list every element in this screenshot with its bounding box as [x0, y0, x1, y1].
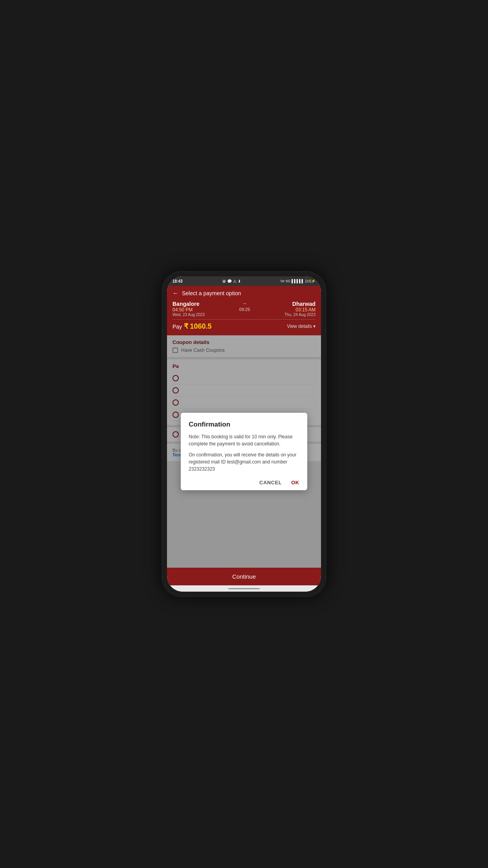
pay-label: Pay — [172, 324, 182, 330]
confirmation-dialog: Confirmation Note: This booking is valid… — [181, 413, 307, 490]
route-arrow-icon: → — [242, 301, 247, 306]
home-indicator — [167, 585, 321, 592]
notification-icon: 🖥 — [222, 279, 226, 283]
dialog-actions: CANCEL OK — [189, 476, 299, 485]
continue-button[interactable]: Continue — [167, 568, 321, 585]
status-time: 18:43 — [172, 279, 183, 283]
chevron-down-icon: ▾ — [313, 324, 316, 329]
app-header: ← Select a payment option Bangalore 04:5… — [167, 286, 321, 335]
to-time: 03:15 AM — [284, 307, 316, 313]
dialog-title: Confirmation — [189, 421, 299, 428]
header-title-row: ← Select a payment option — [172, 290, 316, 297]
view-details-button[interactable]: View details ▾ — [287, 324, 316, 329]
from-date: Wed, 23 Aug 2023 — [172, 313, 205, 317]
duration: 09:25 — [239, 307, 250, 312]
from-city-block: Bangalore 04:50 PM Wed, 23 Aug 2023 — [172, 301, 205, 317]
phone-device: 18:43 🖥 💬 ⚠ ⬇ Vo 5G ▌▌▌▌▌ [22]⚡ ← Select… — [161, 271, 327, 597]
dialog-confirmation: On confirmation, you will receive the de… — [189, 451, 299, 473]
battery-icon: [22]⚡ — [305, 279, 316, 283]
back-button[interactable]: ← — [172, 290, 179, 297]
pay-amount: ₹ 1060.5 — [184, 322, 212, 330]
to-city: Dharwad — [284, 301, 316, 307]
message-icon: 💬 — [227, 279, 232, 283]
network-label: Vo — [281, 279, 285, 283]
from-time: 04:50 PM — [172, 307, 205, 313]
dialog-overlay: Confirmation Note: This booking is valid… — [167, 335, 321, 568]
warning-icon: ⚠ — [233, 279, 237, 283]
signal-bars: ▌▌▌▌▌ — [292, 279, 304, 283]
from-city: Bangalore — [172, 301, 205, 307]
status-right: Vo 5G ▌▌▌▌▌ [22]⚡ — [281, 279, 316, 283]
dialog-note: Note: This booking is valid for 10 min o… — [189, 433, 299, 447]
to-date: Thu, 24 Aug 2023 — [284, 313, 316, 317]
pay-section: Pay ₹ 1060.5 — [172, 322, 212, 331]
dialog-body: Note: This booking is valid for 10 min o… — [189, 433, 299, 473]
home-bar — [228, 588, 260, 589]
cancel-button[interactable]: CANCEL — [259, 480, 282, 485]
network-5g: 5G — [286, 279, 290, 283]
to-city-block: Dharwad 03:15 AM Thu, 24 Aug 2023 — [284, 301, 316, 317]
page-title: Select a payment option — [182, 290, 241, 296]
pay-row: Pay ₹ 1060.5 View details ▾ — [172, 319, 316, 331]
status-icons: 🖥 💬 ⚠ ⬇ — [222, 279, 241, 283]
content-area: Coupon details Have Cash Coupons Pa — [167, 335, 321, 568]
phone-screen: 18:43 🖥 💬 ⚠ ⬇ Vo 5G ▌▌▌▌▌ [22]⚡ ← Select… — [167, 276, 321, 592]
route-row: Bangalore 04:50 PM Wed, 23 Aug 2023 → 09… — [172, 301, 316, 317]
route-arrow-block: → 09:25 — [239, 301, 250, 312]
ok-button[interactable]: OK — [291, 480, 299, 485]
status-bar: 18:43 🖥 💬 ⚠ ⬇ Vo 5G ▌▌▌▌▌ [22]⚡ — [167, 276, 321, 286]
download-icon: ⬇ — [238, 279, 241, 283]
